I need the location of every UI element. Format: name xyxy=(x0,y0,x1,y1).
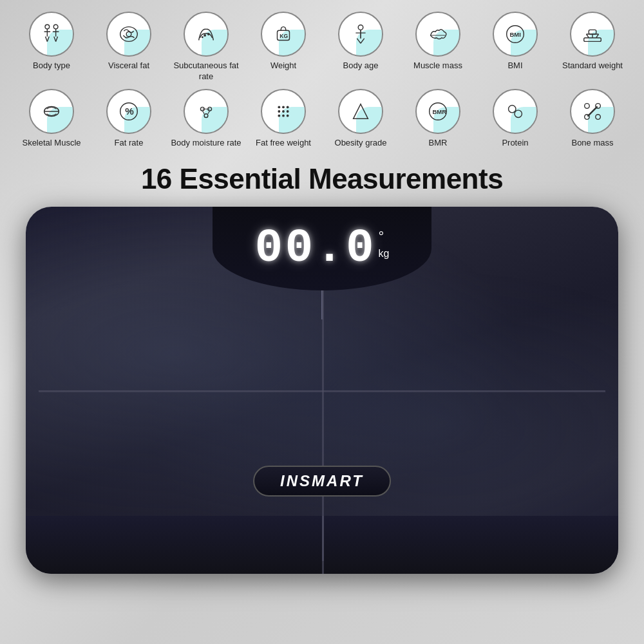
svg-point-41 xyxy=(278,106,280,108)
brand-text: INSMART xyxy=(280,472,364,489)
svg-point-60 xyxy=(596,115,601,120)
bmi-icon: BMI xyxy=(503,22,527,46)
svg-point-17 xyxy=(358,25,363,30)
svg-point-12 xyxy=(204,34,206,37)
svg-text:%: % xyxy=(125,106,134,117)
display-area: 00.0 ° kg xyxy=(213,207,431,290)
icon-circle-bone xyxy=(570,89,615,134)
icon-circle-skeletal xyxy=(29,89,74,134)
protein-label: Protein xyxy=(502,138,528,149)
icon-circle-bmi: BMI xyxy=(493,12,538,57)
svg-line-7 xyxy=(47,37,49,42)
icon-item-subcutaneous: Subcutaneous fat rate xyxy=(171,12,242,82)
icon-circle-bmr: BMR xyxy=(415,89,460,134)
bmi-label: BMI xyxy=(507,61,522,71)
icon-item-bone-mass: Bone mass xyxy=(557,89,628,149)
svg-line-38 xyxy=(202,111,204,114)
icon-circle-visceral-fat xyxy=(106,12,151,57)
body-type-label: Body type xyxy=(33,61,70,71)
svg-line-39 xyxy=(208,111,210,114)
subcutaneous-icon xyxy=(194,22,218,46)
svg-line-8 xyxy=(54,37,56,42)
lcd-digits: 00.0 xyxy=(255,225,377,272)
icon-circle-body-age xyxy=(338,12,383,57)
icon-item-protein: Protein xyxy=(480,89,551,149)
svg-point-0 xyxy=(45,24,50,29)
icon-circle-weight: KG xyxy=(261,12,306,57)
svg-text:KG: KG xyxy=(279,33,288,39)
icon-circle-muscle-mass xyxy=(415,12,460,57)
svg-line-56 xyxy=(587,106,597,116)
standard-weight-icon xyxy=(580,22,605,46)
svg-line-9 xyxy=(56,37,58,42)
svg-point-49 xyxy=(287,115,289,117)
svg-point-58 xyxy=(596,103,601,108)
visceral-fat-label: Visceral fat xyxy=(108,61,149,71)
brand-label: INSMART xyxy=(253,466,391,497)
svg-point-48 xyxy=(282,115,285,117)
icons-row-1: Body type Visceral fat xyxy=(13,12,631,82)
svg-point-37 xyxy=(204,114,208,118)
svg-point-14 xyxy=(202,36,204,38)
svg-point-55 xyxy=(515,110,522,117)
icons-section: Body type Visceral fat xyxy=(0,0,644,155)
icon-item-bmi: BMI BMI xyxy=(480,12,551,71)
icon-item-body-type: Body type xyxy=(16,12,87,71)
svg-point-54 xyxy=(509,105,516,112)
svg-point-13 xyxy=(207,33,210,35)
icon-item-bmr: BMR BMR xyxy=(402,89,473,149)
subcutaneous-label: Subcutaneous fat rate xyxy=(171,61,242,82)
icon-item-body-age: Body age xyxy=(325,12,396,71)
icon-item-standard-weight: Standard weight xyxy=(557,12,628,71)
svg-text:BMI: BMI xyxy=(509,31,520,38)
icon-item-fat-rate: % Fat rate xyxy=(93,89,164,149)
svg-line-21 xyxy=(361,39,365,44)
svg-point-10 xyxy=(120,27,138,42)
icon-circle-body-moisture xyxy=(184,89,229,134)
fat-rate-icon: % xyxy=(117,99,141,124)
icon-item-skeletal-muscle: Skeletal Muscle xyxy=(16,89,87,149)
skeletal-icon xyxy=(39,99,64,124)
icon-circle-fat-free xyxy=(261,89,306,134)
muscle-mass-icon xyxy=(426,22,450,46)
icon-circle-obesity xyxy=(338,89,383,134)
svg-line-29 xyxy=(596,34,599,38)
main-heading: 16 Essential Measurements xyxy=(141,163,503,195)
icons-row-2: Skeletal Muscle % Fat rate xyxy=(13,89,631,149)
icon-item-body-moisture: Body moisture rate xyxy=(171,89,242,149)
weight-label: Weight xyxy=(270,61,296,71)
body-age-icon xyxy=(348,22,373,46)
lcd-degree: ° xyxy=(378,229,384,245)
icon-item-obesity-grade: Obesity grade xyxy=(325,89,396,149)
icon-circle-protein xyxy=(493,89,538,134)
svg-point-47 xyxy=(278,115,280,117)
protein-icon xyxy=(503,99,527,124)
svg-line-28 xyxy=(587,34,589,38)
svg-rect-30 xyxy=(589,30,596,34)
svg-point-59 xyxy=(585,115,590,120)
main-content: Body type Visceral fat xyxy=(0,0,644,644)
obesity-grade-label: Obesity grade xyxy=(335,138,387,149)
lcd-kg: kg xyxy=(378,248,389,260)
svg-marker-50 xyxy=(354,104,368,118)
standard-weight-label: Standard weight xyxy=(562,61,623,71)
svg-rect-25 xyxy=(584,38,601,42)
bmr-icon: BMR xyxy=(426,99,450,124)
icon-circle-body-type xyxy=(29,12,74,57)
lcd-display: 00.0 ° kg xyxy=(255,225,390,272)
svg-text:BMR: BMR xyxy=(432,108,446,115)
bone-icon xyxy=(580,99,605,124)
icon-item-weight: KG Weight xyxy=(248,12,319,71)
svg-point-45 xyxy=(282,110,285,113)
icon-circle-standard-weight xyxy=(570,12,615,57)
svg-point-43 xyxy=(287,106,289,108)
icon-item-fat-free: Fat free weight xyxy=(248,89,319,149)
bmr-label: BMR xyxy=(429,138,448,149)
muscle-mass-label: Muscle mass xyxy=(413,61,462,71)
svg-point-1 xyxy=(53,24,58,29)
obesity-icon xyxy=(348,99,373,124)
skeletal-muscle-label: Skeletal Muscle xyxy=(22,138,80,149)
fat-rate-label: Fat rate xyxy=(115,138,144,149)
body-moisture-icon xyxy=(194,99,218,124)
body-age-label: Body age xyxy=(343,61,379,71)
